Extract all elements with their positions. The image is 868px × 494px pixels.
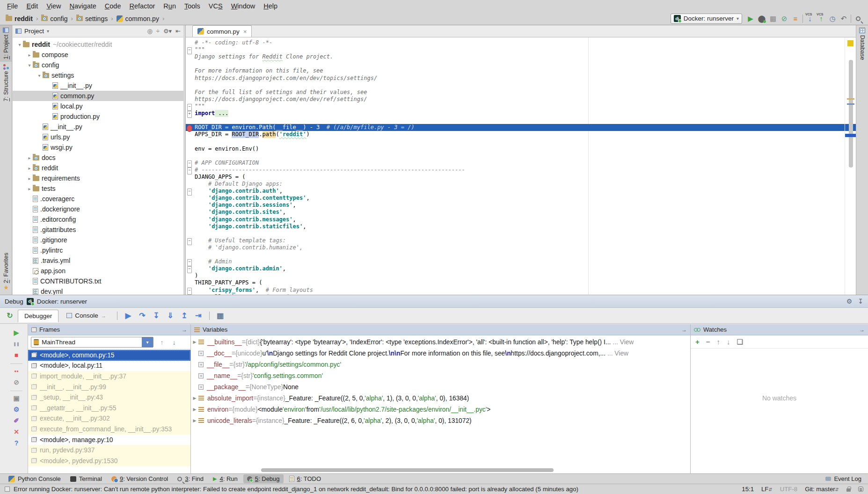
project-panel-title[interactable]: Project [24, 28, 44, 35]
tree-item-urls-py[interactable]: urls.py [13, 132, 183, 142]
concurrency-button[interactable]: ≡ [790, 14, 801, 24]
menu-item-refactor[interactable]: Refactor [125, 1, 160, 11]
frame-row[interactable]: <module>, manage.py:10 [28, 435, 190, 445]
variable-row[interactable]: ▶unicode_literals = {instance} _Feature:… [191, 415, 690, 426]
frame-row[interactable]: <module>, pydevd.py:1530 [28, 456, 190, 466]
tool-button-find[interactable]: 3: Find [174, 474, 207, 483]
frame-row[interactable]: _setup, __init__.py:43 [28, 392, 190, 403]
tree-arrow-icon[interactable]: ▾ [16, 42, 23, 47]
evaluate-expression-button[interactable]: ▦ [214, 310, 226, 321]
background-tasks-icon[interactable] [5, 487, 10, 492]
tool-button-favorites[interactable]: 2: Favorites★ [0, 250, 12, 293]
event-log-button[interactable]: Event Log [825, 475, 863, 482]
tree-arrow-icon[interactable]: ▸ [26, 186, 33, 191]
tool-button-debug[interactable]: 5: Debug [243, 474, 284, 483]
tree-item-docs[interactable]: ▸docs [13, 153, 183, 163]
help-button[interactable]: ? [11, 438, 22, 448]
tree-item--pylintrc[interactable]: .pylintrc [13, 245, 183, 255]
menu-item-tools[interactable]: Tools [180, 1, 204, 11]
remove-watch-button[interactable]: − [706, 338, 710, 346]
local-history-button[interactable]: ◷ [827, 14, 838, 24]
tool-button-todo[interactable]: 6: TODO [285, 474, 325, 483]
tree-item-compose[interactable]: ▸compose [13, 50, 183, 60]
debug-toolbar-button[interactable]: ⬤ [757, 14, 767, 24]
tree-arrow-icon[interactable]: ▸ [26, 166, 33, 171]
tree-item-__init__-py[interactable]: __init__.py [13, 80, 183, 91]
frame-row[interactable]: <module>, local.py:11 [28, 361, 190, 371]
tree-item--coveragerc[interactable]: .coveragerc [13, 194, 183, 204]
stop-button[interactable]: ■ [11, 350, 22, 360]
run-config-selector[interactable]: dj Docker: runserver ▾ [671, 14, 742, 24]
chevron-down-icon[interactable]: ▾ [142, 337, 153, 347]
tree-item--dockerignore[interactable]: .dockerignore [13, 204, 183, 214]
stripe-mark[interactable] [847, 103, 854, 105]
frame-down-button[interactable]: ↓ [168, 337, 180, 348]
view-link[interactable]: ... View [613, 339, 634, 346]
run-to-cursor-button[interactable]: ⇥ [192, 310, 204, 321]
breadcrumb-item-reddit[interactable]: reddit [4, 14, 35, 23]
vcs-update-button[interactable]: ↓VCS [805, 14, 815, 24]
hide-button[interactable]: ⇤ [175, 28, 181, 35]
breadcrumb-item-settings[interactable]: settings [74, 14, 109, 23]
search-everywhere-button[interactable] [853, 14, 863, 24]
tree-item-reddit[interactable]: ▸reddit [13, 163, 183, 173]
tool-button-project[interactable]: 1: Project [0, 25, 12, 62]
menu-item-file[interactable]: File [3, 1, 22, 11]
menu-item-edit[interactable]: Edit [22, 1, 42, 11]
execution-line-mark[interactable] [845, 134, 856, 137]
tool-button-terminal[interactable]: Terminal [66, 474, 106, 483]
step-into-button[interactable]: ↧ [150, 310, 162, 321]
tree-arrow-icon[interactable]: ▸ [26, 155, 33, 160]
panel-options-icon[interactable]: → [859, 327, 865, 333]
expand-arrow-icon[interactable]: ▶ [191, 418, 198, 423]
line-ending-selector[interactable]: LF⇵ [761, 486, 773, 493]
menu-item-vcs[interactable]: VCS [204, 1, 227, 11]
tree-item--travis-yml[interactable]: .travis.yml [13, 255, 183, 266]
frame-row[interactable]: execute_from_command_line, __init__.py:3… [28, 424, 190, 435]
tree-item-__init__-py[interactable]: __init__.py [13, 122, 183, 132]
tree-item-requirements[interactable]: ▸requirements [13, 173, 183, 183]
code-area[interactable]: # -*- coding: utf-8 -*-−"""Django settin… [186, 37, 856, 295]
editor-scrollbar[interactable] [845, 37, 856, 295]
frame-row[interactable]: run, pydevd.py:937 [28, 445, 190, 456]
menu-item-view[interactable]: View [42, 1, 65, 11]
tree-item--gitignore[interactable]: .gitignore [13, 235, 183, 245]
variable-row[interactable]: ≡__package__ = {NoneType} None [191, 381, 690, 392]
tool-button-database[interactable]: Database [856, 25, 868, 63]
vcs-commit-button[interactable]: ↑VCS [816, 14, 826, 24]
hide-panel-icon[interactable]: ↧ [858, 298, 863, 305]
hector-icon[interactable] [858, 487, 863, 492]
tree-item-CONTRIBUTORS-txt[interactable]: CONTRIBUTORS.txt [13, 276, 183, 286]
move-watch-up-button[interactable]: ↑ [717, 338, 721, 346]
frame-row[interactable]: __getattr__, __init__.py:55 [28, 403, 190, 414]
collapse-all-button[interactable]: ÷ [156, 28, 160, 35]
panel-options-icon[interactable]: → [681, 327, 687, 333]
tree-item-settings[interactable]: ▾settings [13, 70, 183, 80]
variable-row[interactable]: ▶__builtins__ = {dict} {'bytearray': <ty… [191, 336, 690, 348]
menu-item-navigate[interactable]: Navigate [66, 1, 101, 11]
settings-button[interactable]: ⚙ [11, 405, 22, 414]
lock-icon[interactable] [846, 488, 851, 492]
rollback-button[interactable]: ↶ [839, 14, 849, 24]
variable-row[interactable]: ≡__name__ = {str} 'config.settings.commo… [191, 370, 690, 381]
restore-layout-button[interactable]: ▣ [11, 393, 22, 403]
git-branch-selector[interactable]: Git: master⇵ [805, 486, 839, 493]
settings-button[interactable]: ⚙▾ [163, 28, 172, 35]
tree-arrow-icon[interactable]: ▸ [26, 176, 33, 181]
move-watch-down-button[interactable]: ↓ [727, 338, 730, 346]
tree-item-production-py[interactable]: production.py [13, 111, 183, 122]
editor-tab-common-py[interactable]: common.py × [192, 25, 252, 37]
close-icon[interactable]: × [243, 28, 247, 35]
run-button[interactable]: ▶ [745, 14, 756, 24]
menu-item-help[interactable]: Help [259, 1, 282, 11]
frame-up-button[interactable]: ↑ [156, 337, 168, 348]
encoding-selector[interactable]: UTF-8 [780, 486, 797, 493]
tree-arrow-icon[interactable]: ▾ [36, 73, 43, 78]
file-warning-mark[interactable] [847, 40, 853, 46]
menu-item-run[interactable]: Run [159, 1, 180, 11]
expand-arrow-icon[interactable]: ▶ [191, 340, 198, 344]
settings-icon[interactable]: ⚙ [846, 298, 853, 305]
coverage-button[interactable]: ▦ [768, 14, 778, 24]
caret-position[interactable]: 15:1 [742, 486, 754, 493]
show-execution-point-button[interactable]: ▶ [122, 310, 134, 321]
